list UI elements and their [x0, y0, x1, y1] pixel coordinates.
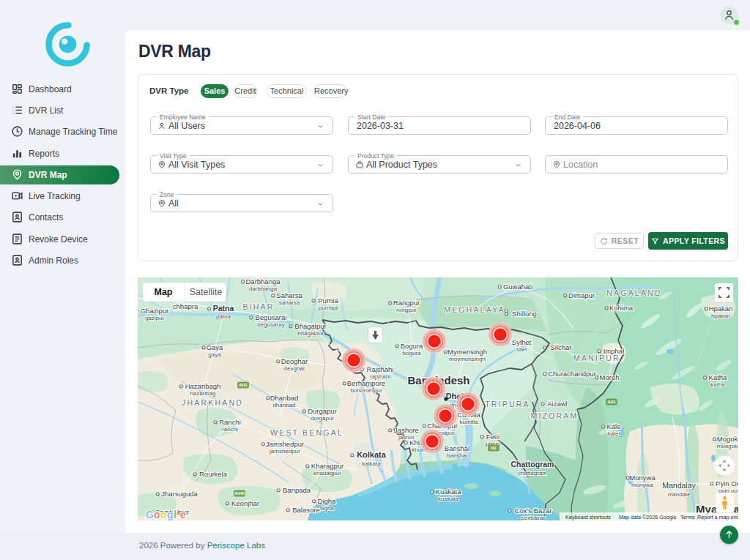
svg-text:Darbhanga: Darbhanga [245, 277, 281, 285]
svg-text:patna: patna [216, 313, 231, 320]
svg-text:gaya: gaya [208, 351, 221, 358]
svg-text:Map: Map [155, 287, 173, 297]
svg-text:Monywa: Monywa [629, 474, 656, 482]
svg-text:Imphal: Imphal [604, 347, 625, 355]
svg-text:katha: katha [710, 381, 725, 388]
svg-text:Cox's Bazar: Cox's Bazar [515, 507, 552, 515]
svg-text:G: G [146, 509, 154, 520]
svg-text:rongpur: rongpur [396, 307, 417, 313]
svg-text:Sylhet: Sylhet [512, 338, 532, 346]
svg-text:o: o [160, 509, 167, 520]
svg-text:purniya: purniya [319, 305, 338, 311]
svg-text:hpakan: hpakan [711, 313, 730, 319]
svg-text:coxbazar: coxbazar [521, 515, 546, 520]
svg-text:TRIPURA: TRIPURA [485, 400, 530, 408]
svg-text:Jamshedpur: Jamshedpur [266, 440, 304, 448]
svg-text:kuakata: kuakata [438, 496, 459, 502]
svg-text:Mymensingh: Mymensingh [448, 348, 487, 356]
svg-text:Keyboard shortcuts: Keyboard shortcuts [565, 514, 611, 520]
svg-text:JHARKHAND: JHARKHAND [182, 398, 243, 407]
svg-text:g: g [167, 509, 174, 520]
svg-text:AH45: AH45 [234, 491, 245, 496]
svg-text:Hpakan: Hpakan [709, 305, 733, 313]
svg-text:Purnia: Purnia [318, 296, 338, 305]
svg-text:silet: silet [516, 346, 527, 353]
svg-text:o: o [154, 509, 160, 520]
svg-text:Baripada: Baripada [283, 486, 311, 494]
svg-text:bogura: bogura [403, 350, 421, 356]
svg-text:Kohima: Kohima [609, 304, 634, 312]
svg-text:Satellite: Satellite [190, 287, 223, 297]
svg-text:WEST BENGAL: WEST BENGAL [270, 428, 344, 437]
svg-text:Mandalay: Mandalay [662, 481, 696, 490]
svg-text:saharsa: saharsa [279, 299, 300, 306]
svg-text:Bhagalpur: Bhagalpur [294, 322, 326, 330]
svg-text:Report a map error: Report a map error [697, 514, 738, 520]
svg-text:BIHAR: BIHAR [242, 302, 274, 311]
svg-text:Dimapur: Dimapur [568, 291, 595, 299]
svg-text:bhagalpur: bhagalpur [297, 330, 324, 337]
svg-text:Kharagpur: Kharagpur [311, 462, 344, 470]
svg-text:Terms: Terms [680, 514, 695, 520]
svg-text:Gaya: Gaya [207, 343, 223, 351]
svg-text:l: l [174, 509, 177, 520]
svg-text:e: e [180, 509, 186, 520]
svg-text:Berhampore: Berhampore [347, 379, 385, 387]
svg-text:Shillong: Shillong [512, 310, 537, 318]
svg-text:Chattogram: Chattogram [511, 460, 554, 468]
svg-text:Ghazipur: Ghazipur [141, 307, 169, 315]
svg-text:Hazaribagh: Hazaribagh [185, 382, 221, 390]
svg-text:digha: digha [319, 505, 334, 512]
svg-text:barishal: barishal [447, 452, 467, 459]
svg-text:Rajshahi: Rajshahi [367, 365, 394, 373]
svg-text:AH1: AH1 [239, 383, 247, 387]
svg-text:begusaray: begusaray [257, 321, 284, 328]
svg-text:Dhanbad: Dhanbad [270, 394, 299, 402]
svg-text:bohorompur: bohorompur [350, 387, 382, 394]
svg-text:chhapra: chhapra [173, 302, 198, 310]
svg-text:Pyin Oo: Pyin Oo [716, 479, 738, 488]
svg-text:AH1: AH1 [607, 400, 615, 404]
svg-text:Kuakata: Kuakata [436, 488, 462, 496]
svg-text:MEGHALAYA: MEGHALAYA [444, 305, 505, 314]
svg-text:Bogura: Bogura [401, 342, 423, 350]
svg-text:Begusarai: Begusarai [256, 313, 287, 321]
svg-text:Katha: Katha [709, 373, 728, 381]
svg-text:moegok: moegok [717, 443, 738, 449]
svg-text:kumilla: kumilla [460, 419, 478, 425]
svg-text:Keonjhar: Keonjhar [231, 499, 259, 507]
svg-text:khadagpur: khadagpur [313, 470, 341, 477]
svg-text:Moreh: Moreh [600, 373, 620, 381]
svg-text:Digha: Digha [318, 497, 337, 505]
svg-text:Feni: Feni [486, 433, 500, 441]
svg-text:Aizawl: Aizawl [547, 400, 567, 408]
svg-text:durgapur: durgapur [311, 415, 334, 422]
svg-text:jamshedpur: jamshedpur [269, 448, 300, 455]
svg-text:dhanbad: dhanbad [272, 402, 295, 408]
svg-text:Jashore: Jashore [394, 426, 419, 434]
svg-text:chattagram: chattagram [518, 470, 547, 477]
svg-text:Barishal: Barishal [445, 444, 469, 452]
svg-text:monywa: monywa [631, 482, 653, 488]
svg-text:Mogok: Mogok [717, 435, 738, 443]
svg-text:NAGALAND: NAGALAND [606, 288, 661, 297]
svg-text:Patna: Patna [213, 304, 234, 313]
svg-text:kalei: kalei [608, 430, 620, 437]
svg-text:kalkata: kalkata [362, 460, 381, 467]
svg-text:Deoghar: Deoghar [281, 357, 308, 365]
svg-text:mandale: mandale [668, 491, 691, 498]
svg-text:devghar: devghar [284, 365, 305, 372]
svg-text:Churachandpur: Churachandpur [548, 370, 596, 378]
svg-text:N1: N1 [491, 446, 496, 450]
svg-text:Jharsuguda: Jharsuguda [161, 490, 198, 498]
svg-text:Rourkela: Rourkela [199, 470, 228, 478]
svg-text:Balasore: Balasore [292, 506, 320, 514]
svg-text:Guwahati: Guwahati [503, 283, 532, 291]
svg-text:Ranchi: Ranchi [219, 418, 241, 426]
svg-text:gazipur: gazipur [145, 315, 165, 321]
svg-text:Rangpur: Rangpur [393, 299, 420, 307]
svg-text:Durgapur: Durgapur [308, 407, 337, 415]
svg-text:darbhanga: darbhanga [249, 285, 278, 292]
svg-text:moymonsingh: moymonsingh [449, 356, 486, 362]
svg-text:Saharsa: Saharsa [276, 291, 302, 299]
